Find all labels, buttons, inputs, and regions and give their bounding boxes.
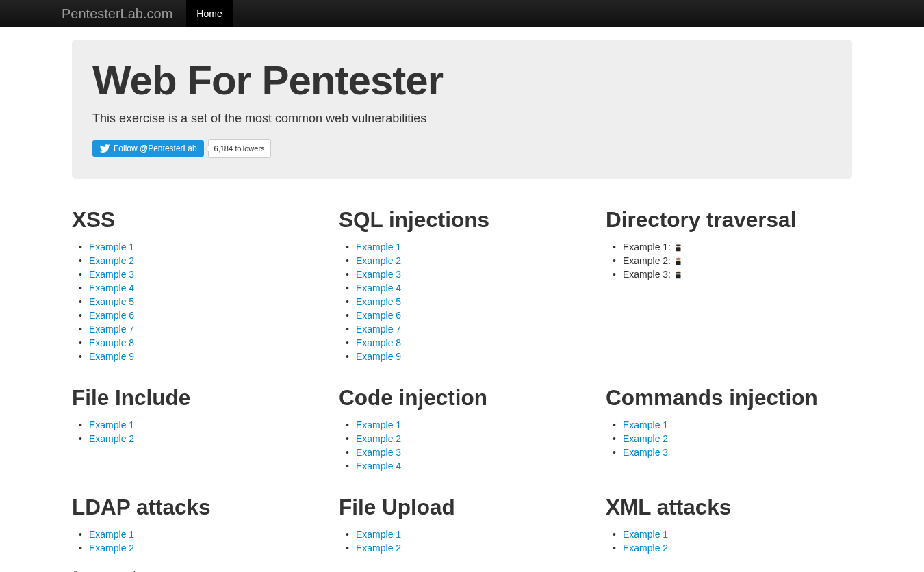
xml-example-link[interactable]: Example 2 <box>623 543 668 554</box>
codeinj-example-link[interactable]: Example 2 <box>356 433 401 444</box>
svg-rect-2 <box>676 245 680 246</box>
sqli-example-link[interactable]: Example 1 <box>356 242 401 252</box>
section-fileincl: File Include Example 1 Example 2 <box>62 377 329 473</box>
xss-example-link[interactable]: Example 4 <box>89 283 134 294</box>
section-xml-title: XML attacks <box>606 493 852 521</box>
sqli-example-link[interactable]: Example 6 <box>356 310 401 321</box>
section-codeinj-title: Code injection <box>339 384 585 411</box>
section-cmdinj-title: Commands injection <box>606 384 852 411</box>
section-ldap: LDAP attacks Example 1 Example 2 <box>62 486 329 555</box>
section-fileincl-title: File Include <box>72 384 318 411</box>
navbar: PentesterLab.com Home <box>0 0 924 27</box>
svg-rect-7 <box>676 274 680 278</box>
codeinj-example-link[interactable]: Example 3 <box>356 447 401 458</box>
page-subtitle: This exercise is a set of the most commo… <box>92 108 811 129</box>
footer-copyright: © PentesterLab 2013 <box>72 569 852 572</box>
dirtrav-example-link[interactable] <box>673 242 683 252</box>
fileupload-example-link[interactable]: Example 1 <box>356 529 401 540</box>
dirtrav-label: Example 3: <box>623 269 673 280</box>
ldap-example-link[interactable]: Example 1 <box>89 529 134 540</box>
xss-example-link[interactable]: Example 6 <box>89 310 134 321</box>
section-codeinj: Code injection Example 1 Example 2 Examp… <box>329 377 595 473</box>
hero-unit: Web For Pentester This exercise is a set… <box>72 40 852 179</box>
dirtrav-example-link[interactable] <box>673 255 683 266</box>
cmdinj-example-link[interactable]: Example 3 <box>623 447 668 458</box>
dirtrav-example-link[interactable] <box>673 269 683 280</box>
xss-example-link[interactable]: Example 5 <box>89 296 134 307</box>
page-title: Web For Pentester <box>92 60 811 101</box>
twitter-follow-button[interactable]: Follow @PentesterLab <box>92 140 204 157</box>
dirtrav-label: Example 1: <box>623 242 673 252</box>
section-ldap-title: LDAP attacks <box>72 493 318 521</box>
xss-example-link[interactable]: Example 8 <box>89 337 134 348</box>
brand-link[interactable]: PentesterLab.com <box>62 0 186 27</box>
xml-example-link[interactable]: Example 1 <box>623 529 668 540</box>
twitter-icon <box>99 143 110 154</box>
svg-rect-4 <box>676 261 680 265</box>
ldap-example-link[interactable]: Example 2 <box>89 543 134 554</box>
section-fileupload: File Upload Example 1 Example 2 <box>329 486 595 555</box>
xss-example-link[interactable]: Example 2 <box>89 255 134 266</box>
section-xss: XSS Example 1 Example 2 Example 3 Exampl… <box>62 199 329 363</box>
dirtrav-label: Example 2: <box>623 255 673 266</box>
xss-example-link[interactable]: Example 3 <box>89 269 134 280</box>
section-xml: XML attacks Example 1 Example 2 <box>595 486 862 555</box>
sqli-example-link[interactable]: Example 2 <box>356 255 401 266</box>
section-dirtrav-title: Directory traversal <box>606 206 852 233</box>
twitter-follow-label: Follow @PentesterLab <box>114 144 197 153</box>
section-sqli: SQL injections Example 1 Example 2 Examp… <box>329 199 595 363</box>
codeinj-example-link[interactable]: Example 1 <box>356 419 401 430</box>
nav-home[interactable]: Home <box>186 0 232 27</box>
section-xss-title: XSS <box>72 206 318 233</box>
codeinj-example-link[interactable]: Example 4 <box>356 460 401 471</box>
section-cmdinj: Commands injection Example 1 Example 2 E… <box>595 377 862 473</box>
sqli-example-link[interactable]: Example 9 <box>356 351 401 362</box>
cmdinj-example-link[interactable]: Example 1 <box>623 419 668 430</box>
section-dirtrav: Directory traversal Example 1: Example 2… <box>595 199 862 363</box>
fileupload-example-link[interactable]: Example 2 <box>356 543 401 554</box>
cmdinj-example-link[interactable]: Example 2 <box>623 433 668 444</box>
svg-rect-8 <box>676 272 680 274</box>
sqli-example-link[interactable]: Example 5 <box>356 296 401 307</box>
sqli-example-link[interactable]: Example 7 <box>356 324 401 335</box>
xss-example-link[interactable]: Example 7 <box>89 324 134 335</box>
xss-example-link[interactable]: Example 1 <box>89 242 134 252</box>
follower-count[interactable]: 6,184 followers <box>208 139 271 158</box>
sqli-example-link[interactable]: Example 4 <box>356 283 401 294</box>
sqli-example-link[interactable]: Example 8 <box>356 337 401 348</box>
sqli-example-link[interactable]: Example 3 <box>356 269 401 280</box>
section-fileupload-title: File Upload <box>339 493 585 521</box>
svg-rect-1 <box>676 247 680 251</box>
robber-icon <box>673 257 683 266</box>
section-sqli-title: SQL injections <box>339 206 585 233</box>
robber-icon <box>673 243 683 252</box>
fileincl-example-link[interactable]: Example 2 <box>89 433 134 444</box>
fileincl-example-link[interactable]: Example 1 <box>89 419 134 430</box>
robber-icon <box>673 270 683 280</box>
svg-rect-5 <box>676 259 680 260</box>
xss-example-link[interactable]: Example 9 <box>89 351 134 362</box>
